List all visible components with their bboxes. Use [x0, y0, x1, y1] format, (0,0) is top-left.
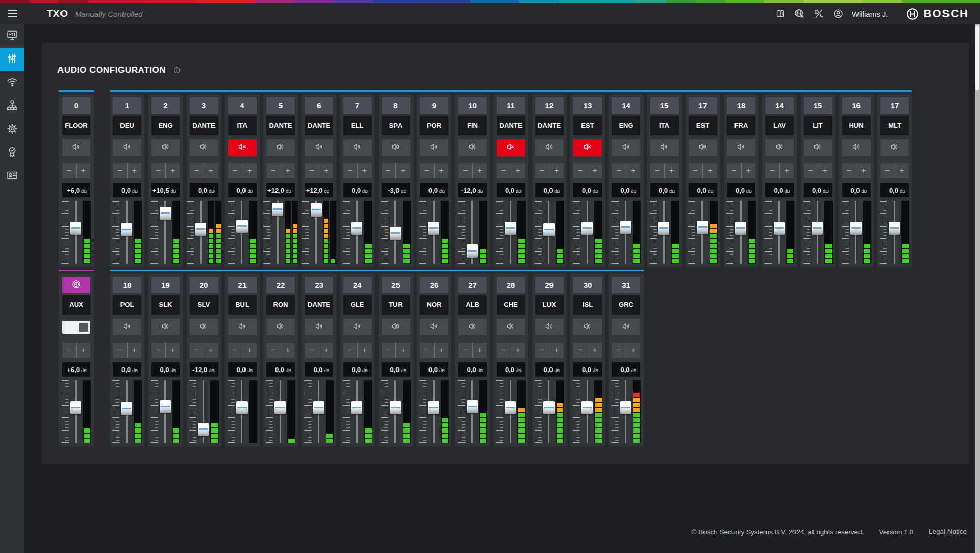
- fader-handle[interactable]: [581, 401, 593, 414]
- decrease-gain-button[interactable]: −: [343, 163, 357, 178]
- fader-handle[interactable]: [697, 221, 708, 234]
- decrease-gain-button[interactable]: −: [343, 343, 357, 358]
- fader-handle[interactable]: [658, 222, 669, 235]
- mute-button[interactable]: [765, 139, 794, 156]
- fader-handle[interactable]: [198, 423, 209, 436]
- decrease-gain-button[interactable]: −: [804, 163, 818, 178]
- increase-gain-button[interactable]: +: [511, 343, 526, 358]
- mute-button[interactable]: [113, 139, 141, 156]
- mute-button[interactable]: [343, 319, 372, 335]
- fader-handle[interactable]: [311, 203, 322, 217]
- mute-button[interactable]: [727, 139, 755, 156]
- sidebar-item-audio-mixer[interactable]: [0, 48, 24, 71]
- scrollbar-thumb[interactable]: [975, 25, 979, 90]
- decrease-gain-button[interactable]: −: [535, 343, 549, 358]
- mute-button[interactable]: [113, 319, 141, 335]
- mute-button[interactable]: [458, 139, 487, 156]
- increase-gain-button[interactable]: +: [127, 163, 142, 178]
- mute-button[interactable]: [458, 319, 487, 335]
- fader-handle[interactable]: [812, 222, 823, 235]
- theme-toggle-icon[interactable]: [809, 6, 829, 21]
- decrease-gain-button[interactable]: −: [573, 343, 588, 358]
- decrease-gain-button[interactable]: −: [62, 343, 76, 358]
- decrease-gain-button[interactable]: −: [113, 163, 127, 178]
- fader-handle[interactable]: [236, 220, 248, 233]
- sidebar-item-accounts[interactable]: [0, 165, 24, 188]
- fader-handle[interactable]: [850, 222, 862, 235]
- increase-gain-button[interactable]: +: [664, 163, 679, 178]
- increase-gain-button[interactable]: +: [434, 163, 449, 178]
- increase-gain-button[interactable]: +: [281, 343, 295, 358]
- fader-handle[interactable]: [274, 401, 286, 414]
- mute-button[interactable]: [266, 319, 295, 335]
- increase-gain-button[interactable]: +: [472, 343, 487, 358]
- sidebar-item-network[interactable]: [0, 95, 24, 118]
- mute-button[interactable]: [612, 139, 640, 156]
- decrease-gain-button[interactable]: −: [497, 163, 511, 178]
- mute-button[interactable]: [190, 139, 218, 156]
- user-manual-icon[interactable]: [771, 6, 790, 21]
- decrease-gain-button[interactable]: −: [151, 163, 166, 178]
- fader-handle[interactable]: [428, 222, 439, 235]
- fader-handle[interactable]: [70, 401, 81, 414]
- sidebar-item-licenses[interactable]: [0, 141, 24, 165]
- decrease-gain-button[interactable]: −: [458, 163, 473, 178]
- increase-gain-button[interactable]: +: [395, 163, 410, 178]
- decrease-gain-button[interactable]: −: [727, 163, 741, 178]
- fader-handle[interactable]: [620, 221, 631, 234]
- mute-button[interactable]: [266, 139, 295, 156]
- fader-handle[interactable]: [620, 401, 631, 414]
- decrease-gain-button[interactable]: −: [650, 163, 664, 178]
- mute-button[interactable]: [689, 139, 717, 156]
- increase-gain-button[interactable]: +: [549, 343, 564, 358]
- decrease-gain-button[interactable]: −: [228, 163, 242, 178]
- fader-handle[interactable]: [121, 223, 132, 236]
- mute-button[interactable]: [343, 139, 372, 156]
- fader-handle[interactable]: [735, 222, 746, 235]
- increase-gain-button[interactable]: +: [242, 343, 257, 358]
- decrease-gain-button[interactable]: −: [458, 343, 473, 358]
- decrease-gain-button[interactable]: −: [266, 163, 281, 178]
- decrease-gain-button[interactable]: −: [612, 163, 626, 178]
- mute-button[interactable]: [535, 319, 564, 335]
- mute-button[interactable]: [573, 319, 602, 335]
- mute-button[interactable]: [804, 139, 832, 156]
- legal-notice-link[interactable]: Legal Notice: [929, 528, 967, 536]
- mute-button[interactable]: [228, 319, 257, 335]
- sidebar-item-display-settings[interactable]: [0, 24, 24, 48]
- increase-gain-button[interactable]: +: [472, 163, 487, 178]
- increase-gain-button[interactable]: +: [76, 163, 91, 178]
- language-icon[interactable]: [790, 6, 809, 21]
- sidebar-item-settings[interactable]: [0, 118, 24, 141]
- decrease-gain-button[interactable]: −: [382, 163, 396, 178]
- increase-gain-button[interactable]: +: [76, 343, 91, 358]
- fader-handle[interactable]: [272, 203, 283, 216]
- increase-gain-button[interactable]: +: [357, 343, 372, 358]
- sidebar-item-wireless[interactable]: [0, 71, 24, 95]
- account-icon[interactable]: [829, 6, 848, 21]
- fader-handle[interactable]: [313, 401, 324, 414]
- decrease-gain-button[interactable]: −: [420, 163, 434, 178]
- increase-gain-button[interactable]: +: [588, 343, 602, 358]
- increase-gain-button[interactable]: +: [895, 163, 909, 178]
- mute-button[interactable]: [151, 319, 180, 335]
- fader-handle[interactable]: [160, 400, 171, 413]
- aux-record-button[interactable]: [62, 276, 90, 293]
- mute-button[interactable]: [190, 319, 218, 335]
- menu-icon[interactable]: [8, 8, 20, 20]
- fader-handle[interactable]: [505, 401, 516, 414]
- mute-button[interactable]: [420, 139, 448, 156]
- decrease-gain-button[interactable]: −: [497, 343, 511, 358]
- fader-handle[interactable]: [390, 401, 401, 414]
- decrease-gain-button[interactable]: −: [305, 343, 319, 358]
- mute-button[interactable]: [151, 139, 180, 156]
- increase-gain-button[interactable]: +: [165, 343, 180, 358]
- decrease-gain-button[interactable]: −: [266, 343, 281, 358]
- mute-button[interactable]: [497, 319, 525, 335]
- decrease-gain-button[interactable]: −: [842, 163, 856, 178]
- fader-handle[interactable]: [351, 401, 362, 414]
- fader-handle[interactable]: [236, 401, 248, 414]
- increase-gain-button[interactable]: +: [357, 163, 372, 178]
- decrease-gain-button[interactable]: −: [190, 343, 204, 358]
- fader-handle[interactable]: [428, 401, 439, 414]
